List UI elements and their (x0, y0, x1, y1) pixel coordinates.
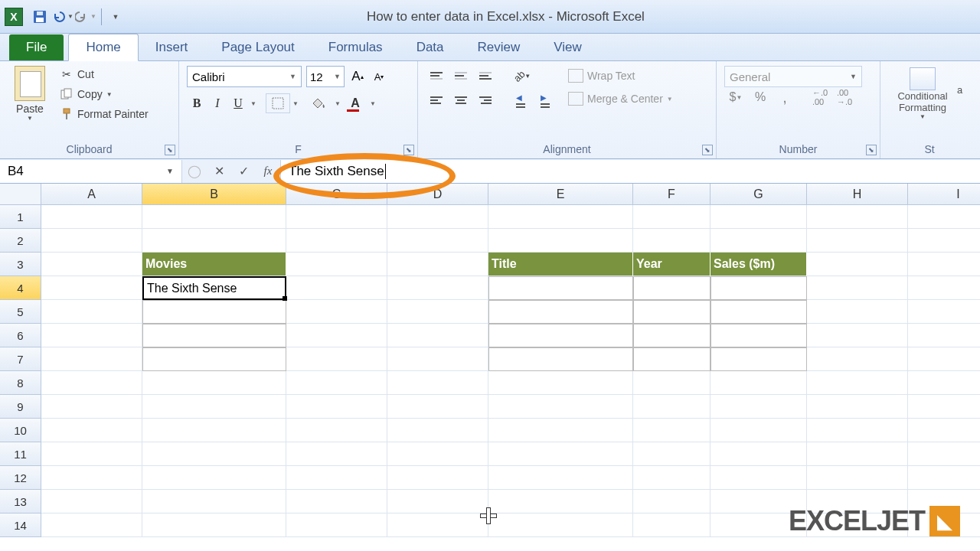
column-header-H[interactable]: H (807, 184, 908, 205)
cell-C13[interactable] (286, 490, 387, 514)
cell-D1[interactable] (387, 205, 488, 229)
customize-qat-icon[interactable]: ▼ (105, 6, 126, 28)
tab-home[interactable]: Home (68, 34, 138, 61)
cell-D9[interactable] (387, 395, 488, 419)
cell-I6[interactable] (908, 324, 980, 347)
cell-D13[interactable] (387, 490, 488, 514)
cell-H8[interactable] (807, 371, 908, 395)
cell-B14[interactable] (142, 514, 286, 537)
column-header-F[interactable]: F (633, 184, 710, 205)
cell-D12[interactable] (387, 466, 488, 490)
cell-E5[interactable] (488, 300, 633, 324)
cell-A14[interactable] (41, 514, 142, 537)
underline-button[interactable]: U (228, 93, 248, 113)
cell-B8[interactable] (142, 371, 286, 395)
align-left-button[interactable] (426, 90, 447, 110)
cell-G9[interactable] (710, 395, 807, 419)
fill-color-button[interactable] (308, 93, 332, 113)
cell-A12[interactable] (41, 466, 142, 490)
cell-H10[interactable] (807, 419, 908, 442)
cell-B3[interactable]: Movies (142, 253, 286, 276)
cell-H11[interactable] (807, 442, 908, 466)
cell-C12[interactable] (286, 466, 387, 490)
cell-A7[interactable] (41, 347, 142, 371)
row-header-4[interactable]: 4 (0, 276, 41, 300)
cell-G1[interactable] (710, 205, 807, 229)
number-dialog-launcher[interactable]: ⬊ (866, 145, 877, 155)
align-middle-button[interactable] (450, 66, 472, 86)
tab-view[interactable]: View (537, 34, 599, 60)
cell-G6[interactable] (710, 324, 807, 347)
row-header-7[interactable]: 7 (0, 347, 41, 371)
align-bottom-button[interactable] (475, 66, 496, 86)
cell-D7[interactable] (387, 347, 488, 371)
cell-F9[interactable] (633, 395, 710, 419)
cell-I9[interactable] (908, 395, 980, 419)
font-color-button[interactable]: A (343, 93, 368, 113)
cell-F10[interactable] (633, 419, 710, 442)
save-icon[interactable] (29, 6, 51, 28)
conditional-formatting-button[interactable]: Conditional Formatting ▼ (888, 66, 957, 122)
row-header-14[interactable]: 14 (0, 514, 41, 537)
cell-A3[interactable] (41, 253, 142, 276)
format-painter-button[interactable]: Format Painter (57, 106, 152, 122)
cell-B7[interactable] (142, 347, 286, 371)
cell-B2[interactable] (142, 229, 286, 253)
number-format-select[interactable]: General▼ (724, 66, 862, 87)
increase-indent-button[interactable]: ▶ (534, 90, 556, 110)
row-header-2[interactable]: 2 (0, 229, 41, 253)
cell-I4[interactable] (908, 276, 980, 300)
tab-review[interactable]: Review (461, 34, 537, 60)
increase-decimal-button[interactable]: ←.0.00 (808, 87, 831, 107)
wrap-text-button[interactable]: Wrap Text (564, 66, 678, 86)
cell-E7[interactable] (488, 347, 633, 371)
cell-F5[interactable] (633, 300, 710, 324)
cell-A13[interactable] (41, 490, 142, 514)
redo-icon[interactable]: ▼ (75, 6, 96, 28)
cell-I11[interactable] (908, 442, 980, 466)
cell-I8[interactable] (908, 371, 980, 395)
cell-C10[interactable] (286, 419, 387, 442)
cell-I12[interactable] (908, 466, 980, 490)
bold-button[interactable]: B (187, 93, 207, 113)
cell-G5[interactable] (710, 300, 807, 324)
cell-C3[interactable] (286, 253, 387, 276)
cancel-entry-button[interactable]: ✕ (207, 161, 231, 182)
confirm-entry-button[interactable]: ✓ (231, 161, 256, 182)
cancel-entry-circle[interactable]: ◯ (182, 161, 207, 182)
align-top-button[interactable] (426, 66, 447, 86)
insert-function-button[interactable]: fx (256, 161, 280, 182)
cell-E2[interactable] (488, 229, 633, 253)
cell-G10[interactable] (710, 419, 807, 442)
cell-I5[interactable] (908, 300, 980, 324)
cell-E3[interactable]: Title (488, 253, 633, 276)
orientation-button[interactable]: ab▼ (510, 66, 534, 86)
cell-F1[interactable] (633, 205, 710, 229)
cell-H5[interactable] (807, 300, 908, 324)
row-header-10[interactable]: 10 (0, 419, 41, 442)
cell-A11[interactable] (41, 442, 142, 466)
cell-D14[interactable] (387, 514, 488, 537)
cell-I10[interactable] (908, 419, 980, 442)
cell-E9[interactable] (488, 395, 633, 419)
cell-G4[interactable] (710, 276, 807, 300)
cell-E14[interactable] (488, 514, 633, 537)
cell-C8[interactable] (286, 371, 387, 395)
font-dialog-launcher[interactable]: ⬊ (403, 145, 414, 155)
row-header-13[interactable]: 13 (0, 490, 41, 514)
cell-H2[interactable] (807, 229, 908, 253)
cell-I2[interactable] (908, 229, 980, 253)
cell-C1[interactable] (286, 205, 387, 229)
cell-G11[interactable] (710, 442, 807, 466)
row-header-3[interactable]: 3 (0, 253, 41, 276)
cell-G7[interactable] (710, 347, 807, 371)
cell-A9[interactable] (41, 395, 142, 419)
borders-button[interactable] (266, 93, 290, 113)
cell-I3[interactable] (908, 253, 980, 276)
column-header-E[interactable]: E (488, 184, 633, 205)
cell-E8[interactable] (488, 371, 633, 395)
shrink-font-button[interactable]: A▾ (371, 67, 387, 86)
name-box[interactable]: B4 ▼ (0, 160, 182, 183)
cell-D5[interactable] (387, 300, 488, 324)
cell-F8[interactable] (633, 371, 710, 395)
